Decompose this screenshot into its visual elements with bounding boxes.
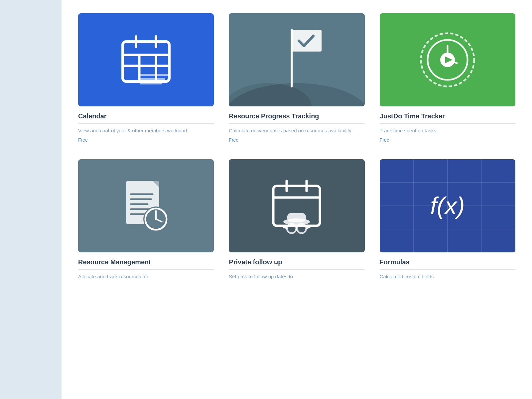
svg-point-31 [155, 218, 157, 220]
card-desc-resource-management: Allocate and track resources for [78, 273, 214, 281]
time-tracker-icon [414, 27, 481, 93]
card-desc-time-tracker: Track time spent on tasks [380, 127, 515, 135]
svg-rect-13 [292, 30, 322, 52]
card-calendar[interactable]: Calendar View and control your & other m… [78, 13, 214, 143]
card-title-calendar: Calendar [78, 112, 214, 124]
card-title-formulas: Formulas [380, 258, 515, 270]
card-private-followup[interactable]: Private follow up Set private follow up … [229, 159, 364, 283]
card-formulas[interactable]: f(x) Formulas Calculated custom fields [380, 159, 515, 283]
cards-grid: Calendar View and control your & other m… [78, 13, 515, 283]
card-desc-formulas: Calculated custom fields [380, 273, 515, 281]
svg-rect-37 [287, 213, 306, 222]
calendar-icon [113, 27, 179, 93]
card-image-resource-progress [229, 13, 364, 106]
card-desc-resource-progress: Calculate delivery dates based on resour… [229, 127, 364, 135]
card-resource-progress[interactable]: Resource Progress Tracking Calculate del… [229, 13, 364, 143]
card-price-resource-progress: Free [229, 137, 364, 143]
card-desc-calendar: View and control your & other members wo… [78, 127, 214, 135]
flag-icon [229, 13, 364, 106]
card-price-calendar: Free [78, 137, 214, 143]
sidebar [0, 0, 62, 399]
card-image-private-followup [229, 159, 364, 252]
card-title-private-followup: Private follow up [229, 258, 364, 270]
resource-mgmt-icon [113, 173, 179, 239]
card-desc-private-followup: Set private follow up dates to [229, 273, 364, 281]
card-price-time-tracker: Free [380, 137, 515, 143]
card-title-time-tracker: JustDo Time Tracker [380, 112, 515, 124]
card-image-time-tracker [380, 13, 515, 106]
card-title-resource-management: Resource Management [78, 258, 214, 270]
card-title-resource-progress: Resource Progress Tracking [229, 112, 364, 124]
card-time-tracker[interactable]: JustDo Time Tracker Track time spent on … [380, 13, 515, 143]
card-resource-management[interactable]: Resource Management Allocate and track r… [78, 159, 214, 283]
card-image-calendar [78, 13, 214, 106]
card-image-formulas: f(x) [380, 159, 515, 252]
main-content: Calendar View and control your & other m… [62, 0, 532, 399]
card-image-resource-management [78, 159, 214, 252]
private-followup-icon [263, 173, 330, 239]
formula-text: f(x) [430, 192, 465, 219]
